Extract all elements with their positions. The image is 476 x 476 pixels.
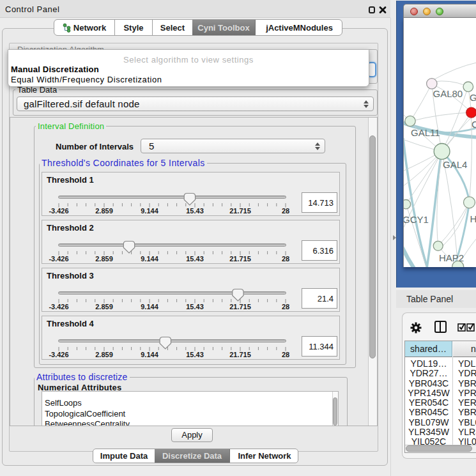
svg-text:HAP2: HAP2	[439, 252, 464, 263]
svg-text:H: H	[470, 213, 476, 224]
svg-text:GCY1: GCY1	[404, 214, 429, 225]
svg-text:GAL80: GAL80	[433, 88, 463, 99]
svg-text:C: C	[472, 119, 476, 130]
svg-text:GAL11: GAL11	[411, 127, 440, 138]
svg-text:GA: GA	[470, 92, 476, 103]
svg-text:GAL4: GAL4	[443, 159, 467, 170]
